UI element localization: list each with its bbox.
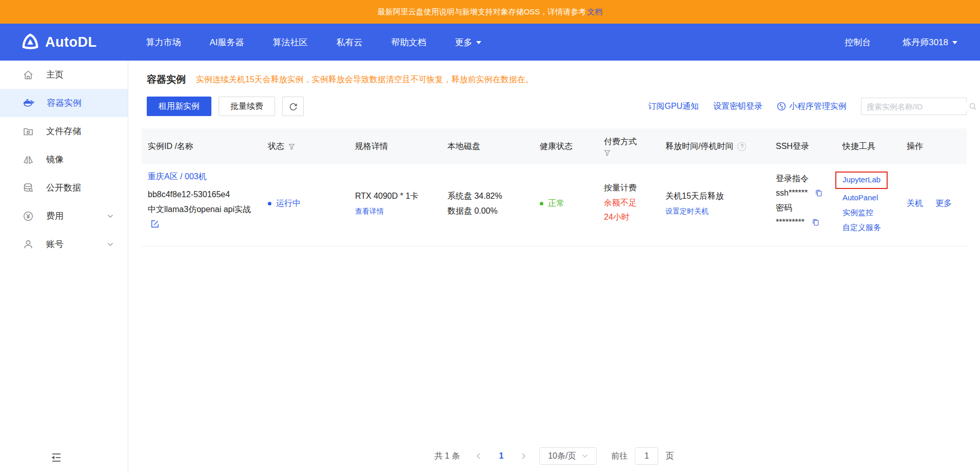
cell-billing: 按量计费 余额不足24小时	[598, 183, 659, 224]
miniprogram-label: 小程序管理实例	[789, 101, 847, 112]
password-row: *********	[776, 215, 836, 231]
miniprogram-link[interactable]: 小程序管理实例	[777, 101, 847, 112]
page-size-select[interactable]: 10条/页	[539, 447, 597, 465]
search-icon	[969, 102, 977, 110]
toolbar-right: 订阅GPU通知 设置密钥登录 小程序管理实例	[648, 98, 967, 115]
page-size-value: 10条/页	[548, 451, 576, 462]
status-running: 运行中	[268, 198, 349, 209]
help-question-icon[interactable]: ?	[737, 142, 746, 151]
set-ssh-key-link[interactable]: 设置密钥登录	[713, 101, 762, 112]
jupyterlab-link[interactable]: JupyterLab	[842, 173, 880, 186]
sidebar-item-label: 费用	[46, 210, 64, 222]
nav-item-docs[interactable]: 帮助文档	[391, 36, 426, 48]
nav-menu: 算力市场 AI服务器 算法社区 私有云 帮助文档 更多	[146, 36, 481, 48]
col-header-tools: 快捷工具	[836, 141, 900, 152]
table-header-row: 实例ID /名称 状态 规格详情 本地磁盘 健康状态 付费方式 释放时间/停机时…	[142, 128, 967, 164]
balance-warning: 余额不足24小时	[604, 196, 645, 224]
nav-item-ai-server[interactable]: AI服务器	[209, 36, 244, 48]
sidebar-item-storage[interactable]: 文件存储	[0, 117, 128, 145]
ssh-command-value: ssh******	[776, 188, 808, 197]
nav-console-link[interactable]: 控制台	[845, 36, 871, 48]
page-unit: 页	[665, 451, 674, 462]
password-value: *********	[776, 218, 805, 226]
gpu-spec: RTX 4090D * 1卡	[355, 191, 441, 202]
region-link[interactable]: 重庆A区 / 003机	[148, 172, 207, 181]
sidebar-item-instances[interactable]: 容器实例	[0, 89, 128, 117]
sidebar-item-home[interactable]: 主页	[0, 61, 128, 89]
user-menu[interactable]: 炼丹师3018	[903, 36, 957, 48]
filter-funnel-icon[interactable]	[604, 149, 611, 156]
col-header-status: 状态	[262, 141, 349, 152]
custom-service-link[interactable]: 自定义服务	[842, 220, 900, 235]
release-time: 关机15天后释放	[665, 191, 770, 202]
edit-name-icon[interactable]	[151, 221, 159, 230]
announcement-banner: 最新阿里云盘使用说明与新增支持对象存储OSS，详情请参考 文档	[0, 0, 980, 24]
shutdown-link[interactable]: 关机	[907, 198, 923, 209]
next-page-icon[interactable]	[516, 452, 532, 460]
refresh-button[interactable]	[282, 97, 304, 116]
scheduled-shutdown-link[interactable]: 设置定时关机	[665, 207, 709, 216]
copy-icon[interactable]	[812, 219, 819, 227]
search-box	[861, 98, 967, 115]
nav-item-market[interactable]: 算力市场	[146, 36, 181, 48]
col-header-release: 释放时间/停机时间 ?	[659, 141, 770, 152]
instance-name: 中文llama3仿openai api实战	[148, 202, 260, 233]
database-icon	[23, 182, 34, 194]
health-normal: 正常	[540, 198, 598, 209]
instance-monitor-link[interactable]: 实例监控	[842, 205, 900, 220]
batch-renew-button[interactable]: 批量续费	[219, 97, 275, 116]
sidebar-item-label: 公开数据	[46, 182, 81, 194]
nav-item-community[interactable]: 算法社区	[273, 36, 308, 48]
banner-doc-link[interactable]: 文档	[587, 7, 602, 17]
sidebar-item-label: 容器实例	[47, 97, 82, 109]
chevron-down-icon	[107, 214, 113, 218]
col-header-spec: 规格详情	[349, 141, 441, 152]
nav-item-more[interactable]: 更多	[455, 36, 481, 48]
nav-more-label: 更多	[455, 36, 473, 48]
sidebar-collapse-icon[interactable]	[49, 451, 63, 466]
col-header-actions: 操作	[900, 141, 967, 152]
container-whale-icon	[23, 97, 34, 109]
mirror-image-icon	[23, 154, 34, 165]
total-count: 共 1 条	[435, 451, 460, 462]
brand[interactable]: AutoDL	[21, 32, 96, 52]
chevron-down-icon	[582, 454, 588, 458]
view-details-link[interactable]: 查看详情	[355, 207, 384, 216]
more-actions-link[interactable]: 更多	[935, 198, 952, 209]
ssh-command-row: ssh******	[776, 186, 836, 201]
sidebar-item-account[interactable]: 账号	[0, 230, 128, 258]
miniprogram-icon	[777, 102, 786, 111]
goto-label: 前往	[611, 451, 628, 462]
sidebar-item-billing[interactable]: 费用	[0, 202, 128, 230]
sidebar: 主页 容器实例 文件存储 镜像	[0, 61, 128, 474]
sidebar-item-public-data[interactable]: 公开数据	[0, 174, 128, 202]
search-input[interactable]	[867, 102, 969, 111]
autopanel-link[interactable]: AutoPanel	[842, 190, 900, 205]
goto-page-input[interactable]	[635, 447, 658, 465]
folder-gear-icon	[23, 126, 34, 137]
cell-instance-id: 重庆A区 / 003机 bb8c4f8e12-530165e4 中文llama3…	[142, 172, 262, 233]
banner-text: 最新阿里云盘使用说明与新增支持对象存储OSS，详情请参考	[378, 7, 586, 17]
subscribe-gpu-link[interactable]: 订阅GPU通知	[648, 101, 699, 112]
home-icon	[23, 69, 34, 81]
page-number[interactable]: 1	[494, 451, 508, 461]
page-head: 容器实例 实例连续关机15天会释放实例，实例释放会导致数据清空且不可恢复，释放前…	[128, 61, 980, 86]
sidebar-item-label: 文件存储	[46, 125, 81, 137]
main-content: 容器实例 实例连续关机15天会释放实例，实例释放会导致数据清空且不可恢复，释放前…	[128, 61, 980, 474]
filter-funnel-icon[interactable]	[288, 143, 295, 150]
status-dot	[268, 202, 271, 205]
username: 炼丹师3018	[903, 36, 948, 48]
yen-circle-icon	[23, 211, 34, 222]
col-header-health: 健康状态	[534, 141, 598, 152]
cell-spec: RTX 4090D * 1卡 查看详情	[349, 191, 441, 216]
caret-down-icon	[952, 41, 957, 44]
copy-icon[interactable]	[815, 189, 822, 198]
rent-new-instance-button[interactable]: 租用新实例	[147, 97, 211, 116]
prev-page-icon[interactable]	[470, 452, 486, 460]
refresh-icon	[289, 102, 298, 111]
cell-health: 正常	[534, 198, 598, 209]
cell-status: 运行中	[262, 198, 349, 209]
top-navbar: AutoDL 算力市场 AI服务器 算法社区 私有云 帮助文档 更多 控制台 炼…	[0, 24, 980, 61]
nav-item-private-cloud[interactable]: 私有云	[337, 36, 363, 48]
sidebar-item-images[interactable]: 镜像	[0, 145, 128, 174]
